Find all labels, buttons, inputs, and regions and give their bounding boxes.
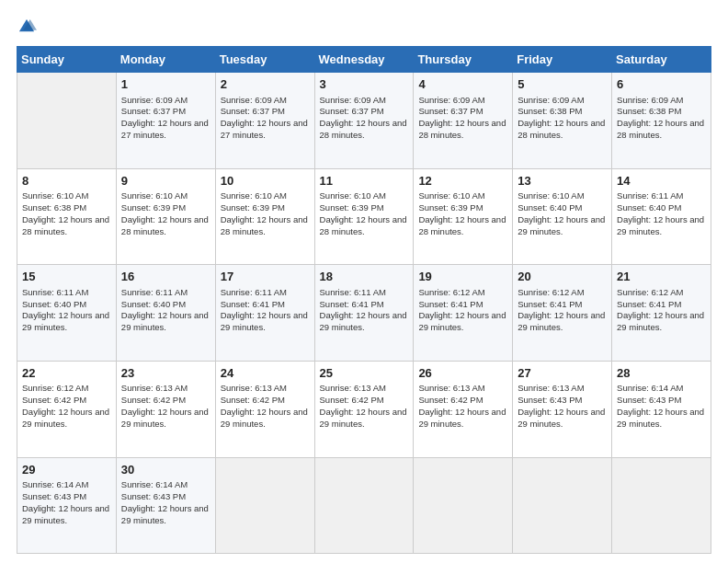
calendar-cell (513, 457, 612, 553)
calendar-cell (612, 457, 711, 553)
day-number: 29 (22, 462, 111, 478)
calendar-cell: 9Sunrise: 6:10 AMSunset: 6:39 PMDaylight… (116, 168, 215, 265)
calendar-cell: 16Sunrise: 6:11 AMSunset: 6:40 PMDayligh… (116, 265, 215, 362)
calendar-week-row: 22Sunrise: 6:12 AMSunset: 6:42 PMDayligh… (17, 361, 711, 457)
calendar-cell: 23Sunrise: 6:13 AMSunset: 6:42 PMDayligh… (116, 361, 215, 457)
day-number: 24 (221, 365, 310, 382)
calendar-cell: 5Sunrise: 6:09 AMSunset: 6:38 PMDaylight… (513, 73, 612, 169)
day-number: 14 (617, 173, 706, 190)
day-header-sunday: Sunday (17, 47, 117, 73)
calendar-cell: 18Sunrise: 6:11 AMSunset: 6:41 PMDayligh… (314, 265, 414, 362)
calendar-week-row: 1Sunrise: 6:09 AMSunset: 6:37 PMDaylight… (17, 73, 711, 169)
calendar-week-row: 15Sunrise: 6:11 AMSunset: 6:40 PMDayligh… (17, 265, 711, 362)
calendar-cell (215, 457, 314, 553)
day-number: 5 (518, 76, 607, 93)
day-number: 8 (22, 173, 111, 190)
calendar-cell (414, 457, 513, 553)
day-number: 6 (617, 76, 706, 93)
calendar-cell: 24Sunrise: 6:13 AMSunset: 6:42 PMDayligh… (215, 361, 314, 457)
day-number: 27 (518, 365, 607, 382)
calendar-cell: 13Sunrise: 6:10 AMSunset: 6:40 PMDayligh… (513, 168, 612, 265)
day-number: 19 (418, 269, 507, 285)
day-number: 28 (617, 365, 706, 382)
logo (17, 17, 40, 37)
calendar-cell: 10Sunrise: 6:10 AMSunset: 6:39 PMDayligh… (215, 168, 314, 265)
day-number: 11 (320, 173, 409, 190)
calendar-week-row: 29Sunrise: 6:14 AMSunset: 6:43 PMDayligh… (17, 457, 711, 553)
day-header-wednesday: Wednesday (314, 47, 414, 73)
day-number: 17 (221, 269, 310, 285)
day-number: 3 (320, 76, 409, 93)
calendar-cell (17, 73, 117, 169)
calendar-cell: 3Sunrise: 6:09 AMSunset: 6:37 PMDaylight… (314, 73, 414, 169)
calendar-cell: 25Sunrise: 6:13 AMSunset: 6:42 PMDayligh… (314, 361, 414, 457)
day-number: 21 (617, 269, 706, 285)
calendar-cell: 27Sunrise: 6:13 AMSunset: 6:43 PMDayligh… (513, 361, 612, 457)
day-number: 10 (221, 173, 310, 190)
calendar-cell: 26Sunrise: 6:13 AMSunset: 6:42 PMDayligh… (414, 361, 513, 457)
day-number: 13 (518, 173, 607, 190)
day-number: 18 (320, 269, 409, 285)
day-number: 16 (121, 269, 210, 285)
calendar-cell: 30Sunrise: 6:14 AMSunset: 6:43 PMDayligh… (116, 457, 215, 553)
day-number: 23 (121, 365, 210, 382)
day-header-thursday: Thursday (414, 47, 513, 73)
calendar-cell: 21Sunrise: 6:12 AMSunset: 6:41 PMDayligh… (612, 265, 711, 362)
day-number: 22 (22, 365, 111, 382)
calendar-cell: 15Sunrise: 6:11 AMSunset: 6:40 PMDayligh… (17, 265, 117, 362)
calendar-table: SundayMondayTuesdayWednesdayThursdayFrid… (17, 46, 711, 554)
calendar-cell: 4Sunrise: 6:09 AMSunset: 6:37 PMDaylight… (414, 73, 513, 169)
top-area (17, 17, 711, 37)
day-number: 4 (418, 76, 507, 93)
day-number: 2 (221, 76, 310, 93)
calendar-cell: 29Sunrise: 6:14 AMSunset: 6:43 PMDayligh… (17, 457, 117, 553)
calendar-cell: 20Sunrise: 6:12 AMSunset: 6:41 PMDayligh… (513, 265, 612, 362)
day-number: 20 (518, 269, 607, 285)
calendar-cell: 28Sunrise: 6:14 AMSunset: 6:43 PMDayligh… (612, 361, 711, 457)
day-header-monday: Monday (116, 47, 215, 73)
day-number: 26 (418, 365, 507, 382)
calendar-cell: 2Sunrise: 6:09 AMSunset: 6:37 PMDaylight… (215, 73, 314, 169)
day-header-saturday: Saturday (612, 47, 711, 73)
calendar-cell: 14Sunrise: 6:11 AMSunset: 6:40 PMDayligh… (612, 168, 711, 265)
calendar-cell: 8Sunrise: 6:10 AMSunset: 6:38 PMDaylight… (17, 168, 117, 265)
calendar-cell: 6Sunrise: 6:09 AMSunset: 6:38 PMDaylight… (612, 73, 711, 169)
calendar-cell: 12Sunrise: 6:10 AMSunset: 6:39 PMDayligh… (414, 168, 513, 265)
calendar-header-row: SundayMondayTuesdayWednesdayThursdayFrid… (17, 47, 711, 73)
day-header-friday: Friday (513, 47, 612, 73)
calendar-week-row: 8Sunrise: 6:10 AMSunset: 6:38 PMDaylight… (17, 168, 711, 265)
day-number: 12 (418, 173, 507, 190)
calendar-cell: 19Sunrise: 6:12 AMSunset: 6:41 PMDayligh… (414, 265, 513, 362)
day-number: 1 (121, 76, 210, 93)
page: SundayMondayTuesdayWednesdayThursdayFrid… (0, 0, 728, 563)
calendar-cell: 1Sunrise: 6:09 AMSunset: 6:37 PMDaylight… (116, 73, 215, 169)
day-number: 30 (121, 462, 210, 478)
day-header-tuesday: Tuesday (215, 47, 314, 73)
logo-icon (17, 17, 37, 37)
day-number: 25 (320, 365, 409, 382)
calendar-cell (314, 457, 414, 553)
calendar-cell: 17Sunrise: 6:11 AMSunset: 6:41 PMDayligh… (215, 265, 314, 362)
day-number: 9 (121, 173, 210, 190)
calendar-cell: 11Sunrise: 6:10 AMSunset: 6:39 PMDayligh… (314, 168, 414, 265)
day-number: 15 (22, 269, 111, 285)
calendar-cell: 22Sunrise: 6:12 AMSunset: 6:42 PMDayligh… (17, 361, 117, 457)
